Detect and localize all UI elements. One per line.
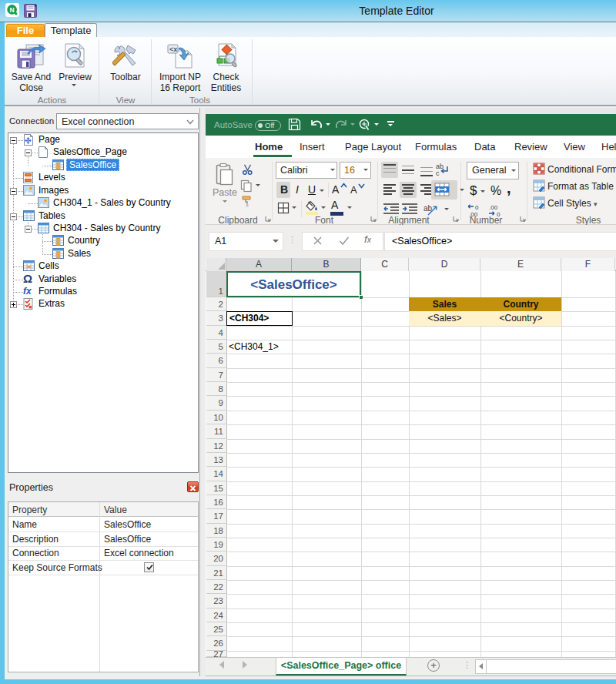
svg-text:0: 0 <box>497 211 500 217</box>
svg-text:<x: <x <box>169 45 177 53</box>
svg-text:.00: .00 <box>489 204 498 211</box>
svg-text:c: c <box>436 169 440 177</box>
svg-text:N: N <box>10 6 15 14</box>
svg-text:.00: .00 <box>469 211 478 217</box>
svg-text:0: 0 <box>475 204 479 211</box>
